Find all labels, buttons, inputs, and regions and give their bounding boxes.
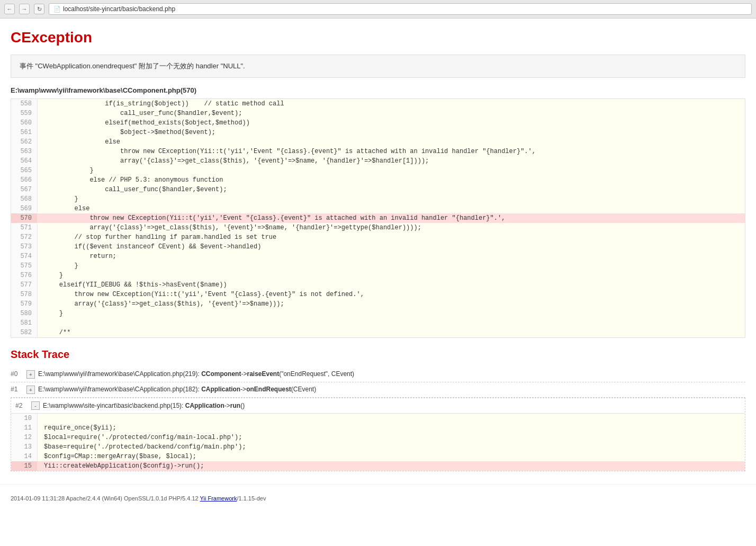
code-line: 570 throw new CException(Yii::t('yii','E…	[11, 213, 745, 223]
line-number: 579	[11, 299, 38, 309]
code-line: 569 else	[11, 204, 745, 213]
expanded-line-code: $local=require('./protected/config/main-…	[38, 433, 242, 442]
yii-framework-link[interactable]: Yii Framework	[200, 495, 237, 502]
code-line: 564 array('{class}'=>get_class($this), '…	[11, 156, 745, 166]
line-code: }	[38, 194, 78, 204]
footer: 2014-01-09 11:31:28 Apache/2.4.4 (Win64)…	[0, 484, 756, 507]
reload-button[interactable]: ↻	[34, 4, 44, 14]
stack-item: #1+E:\wamp\www\yii\framework\base\CAppli…	[11, 382, 745, 398]
footer-link-suffix: /1.1.15-dev	[237, 495, 266, 502]
line-code: array('{class}'=>get_class($this), '{eve…	[38, 156, 429, 166]
expanded-line-number: 15	[11, 461, 38, 471]
line-code: throw new CException(Yii::t('yii','Event…	[38, 147, 536, 156]
line-code: elseif(method_exists($object,$method))	[38, 118, 250, 128]
page-icon: 📄	[53, 6, 61, 13]
exception-title: CException	[11, 29, 745, 46]
code-line: 562 else	[11, 137, 745, 147]
line-number: 565	[11, 166, 38, 175]
line-code: // stop further handling if param.handle…	[38, 232, 276, 242]
code-line: 571 array('{class}'=>get_class($this), '…	[11, 223, 745, 232]
code-line: 582 /**	[11, 328, 745, 337]
line-number: 575	[11, 261, 38, 271]
line-number: 566	[11, 175, 38, 185]
page-content: CException 事件 "CWebApplication.onendrequ…	[0, 19, 756, 484]
line-code: else	[38, 137, 120, 147]
line-number: 569	[11, 204, 38, 213]
line-code	[38, 318, 44, 328]
line-number: 561	[11, 128, 38, 137]
expanded-code-line: 10	[11, 414, 745, 423]
expanded-code-line: 12$local=require('./protected/config/mai…	[11, 433, 745, 442]
stack-expand-button[interactable]: -	[31, 401, 40, 410]
line-number: 567	[11, 185, 38, 194]
url-text: localhost/site-yincart/basic/backend.php	[63, 5, 175, 13]
code-line: 574 return;	[11, 252, 745, 261]
url-bar[interactable]: 📄 localhost/site-yincart/basic/backend.p…	[49, 3, 752, 15]
code-line: 560 elseif(method_exists($object,$method…	[11, 118, 745, 128]
line-code: /**	[38, 328, 70, 337]
expanded-line-code: Yii::createWebApplication($config)->run(…	[38, 461, 204, 471]
expanded-line-code: $config=CMap::mergeArray($base, $local);	[38, 452, 196, 461]
expanded-line-code	[38, 414, 44, 423]
stack-items-container: #0+E:\wamp\www\yii\framework\base\CAppli…	[11, 367, 745, 471]
line-number: 560	[11, 118, 38, 128]
line-code: if(is_string($object)) // static method …	[38, 99, 284, 109]
stack-expand-button[interactable]: +	[26, 370, 35, 379]
line-number: 571	[11, 223, 38, 232]
stack-item-num: #1	[11, 386, 23, 393]
line-code: }	[38, 271, 63, 280]
line-code: call_user_func($handler,$event);	[38, 109, 242, 118]
code-line: 575 }	[11, 261, 745, 271]
line-number: 558	[11, 99, 38, 109]
expanded-code-block: 1011require_once($yii);12$local=require(…	[11, 413, 745, 471]
line-number: 581	[11, 318, 38, 328]
main-code-block: 558 if(is_string($object)) // static met…	[11, 99, 745, 338]
code-line: 559 call_user_func($handler,$event);	[11, 109, 745, 118]
line-code: throw new CException(Yii::t('yii','Event…	[38, 213, 505, 223]
code-line: 573 if(($event instanceof CEvent) && $ev…	[11, 242, 745, 252]
line-number: 576	[11, 271, 38, 280]
line-code: }	[38, 309, 63, 318]
line-code: return;	[38, 252, 116, 261]
expanded-code-line: 14$config=CMap::mergeArray($base, $local…	[11, 452, 745, 461]
line-code: }	[38, 166, 94, 175]
expanded-line-code: require_once($yii);	[38, 423, 116, 433]
expanded-code-line: 13$base=require('./protected/backend/con…	[11, 442, 745, 452]
line-number: 570	[11, 213, 38, 223]
line-code: array('{class}'=>get_class($this), '{eve…	[38, 223, 421, 232]
line-code: $object->$method($event);	[38, 128, 215, 137]
error-message-box: 事件 "CWebApplication.onendrequest" 附加了一个无…	[11, 55, 745, 78]
stack-item-file: E:\wamp\www\site-yincart\basic\backend.p…	[43, 402, 245, 409]
error-message-text: 事件 "CWebApplication.onendrequest" 附加了一个无…	[20, 62, 245, 70]
line-code: else // PHP 5.3: anonymous function	[38, 175, 223, 185]
line-number: 582	[11, 328, 38, 337]
stack-item-header: #2-E:\wamp\www\site-yincart\basic\backen…	[11, 398, 745, 413]
expanded-code-line: 11require_once($yii);	[11, 423, 745, 433]
stack-trace-title: Stack Trace	[11, 348, 745, 361]
back-button[interactable]: ←	[4, 4, 15, 14]
line-number: 574	[11, 252, 38, 261]
code-line: 579 array('{class}'=>get_class($this), '…	[11, 299, 745, 309]
code-line: 581	[11, 318, 745, 328]
line-number: 580	[11, 309, 38, 318]
line-number: 564	[11, 156, 38, 166]
line-code: elseif(YII_DEBUG && !$this->hasEvent($na…	[38, 280, 227, 290]
code-line: 580 }	[11, 309, 745, 318]
footer-text: 2014-01-09 11:31:28 Apache/2.4.4 (Win64)…	[11, 495, 200, 502]
code-line: 558 if(is_string($object)) // static met…	[11, 99, 745, 109]
stack-item-num: #2	[15, 402, 28, 409]
line-number: 563	[11, 147, 38, 156]
forward-button[interactable]: →	[19, 4, 30, 14]
expanded-line-number: 13	[11, 442, 38, 452]
stack-expand-button[interactable]: +	[26, 386, 35, 394]
code-line: 567 call_user_func($handler,$event);	[11, 185, 745, 194]
code-line: 576 }	[11, 271, 745, 280]
code-line: 578 throw new CException(Yii::t('yii','E…	[11, 290, 745, 299]
expanded-line-number: 12	[11, 433, 38, 442]
stack-item: #0+E:\wamp\www\yii\framework\base\CAppli…	[11, 367, 745, 382]
stack-item-file: E:\wamp\www\yii\framework\base\CApplicat…	[38, 386, 316, 393]
line-number: 578	[11, 290, 38, 299]
expanded-line-code: $base=require('./protected/backend/confi…	[38, 442, 246, 452]
code-line: 572 // stop further handling if param.ha…	[11, 232, 745, 242]
expanded-line-number: 14	[11, 452, 38, 461]
